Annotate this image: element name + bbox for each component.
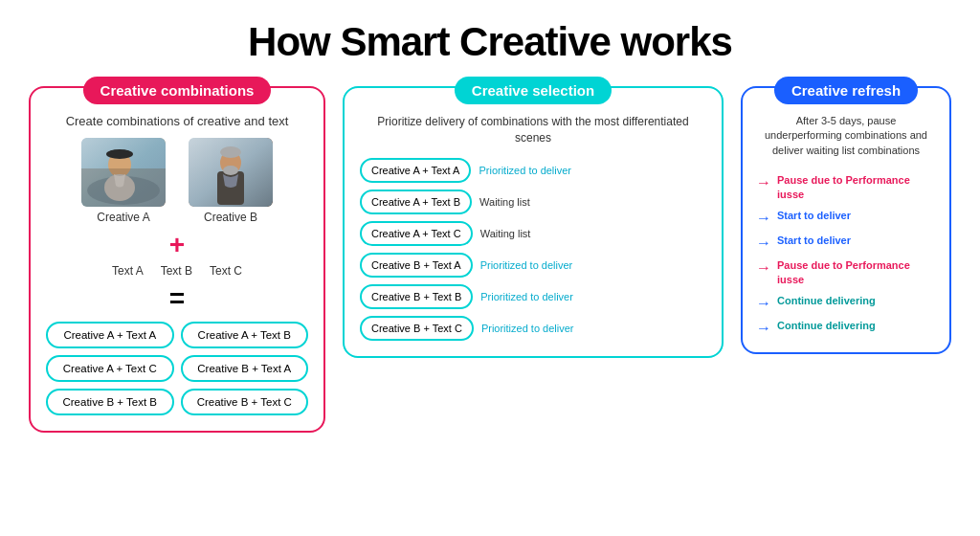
svg-point-9 bbox=[220, 146, 241, 158]
refresh-text-3: Pause due to Performance iusse bbox=[777, 258, 936, 287]
combo-pill-5: Creative B + Text C bbox=[181, 389, 309, 415]
create-text: Create combinations of creative and text bbox=[46, 114, 308, 128]
refresh-text-2: Start to deliver bbox=[777, 234, 851, 248]
creative-b-image bbox=[189, 138, 273, 207]
creative-combinations-panel: Creative combinations Create combination… bbox=[29, 86, 325, 433]
sel-status-0: Prioritized to deliver bbox=[479, 165, 706, 176]
creative-b-item: Creative B bbox=[189, 138, 273, 224]
sel-pill-5: Creative B + Text C bbox=[360, 316, 474, 341]
sel-status-3: Prioritized to deliver bbox=[480, 259, 706, 271]
creative-a-item: Creative A bbox=[81, 138, 166, 224]
sel-pill-2: Creative A + Text C bbox=[360, 221, 473, 246]
arrow-blue-2: → bbox=[756, 234, 771, 252]
svg-rect-0 bbox=[81, 138, 166, 207]
sel-row-0: Creative A + Text A Prioritized to deliv… bbox=[360, 158, 706, 183]
creative-refresh-panel: Creative refresh After 3-5 days, pause u… bbox=[741, 86, 951, 354]
plus-sign: + bbox=[46, 230, 308, 260]
combos-grid: Creative A + Text A Creative A + Text B … bbox=[46, 322, 308, 415]
refresh-text-1: Start to deliver bbox=[777, 209, 851, 223]
combo-pill-1: Creative A + Text B bbox=[181, 322, 309, 348]
arrow-blue-4: → bbox=[756, 295, 771, 312]
refresh-rows: → Pause due to Performance iusse → Start… bbox=[756, 173, 936, 336]
selection-desc: Prioritize delivery of combinations with… bbox=[360, 114, 706, 146]
combo-pill-4: Creative B + Text B bbox=[46, 389, 174, 415]
selection-header: Creative selection bbox=[455, 77, 612, 104]
text-b-label: Text B bbox=[161, 264, 192, 278]
sel-row-4: Creative B + Text B Prioritized to deliv… bbox=[360, 284, 706, 309]
sel-row-2: Creative A + Text C Waiting list bbox=[360, 221, 706, 246]
sel-status-2: Waiting list bbox=[480, 228, 706, 239]
refresh-item-0: → Pause due to Performance iusse bbox=[756, 173, 936, 202]
refresh-text-4: Continue delivering bbox=[777, 294, 876, 308]
sel-pill-3: Creative B + Text A bbox=[360, 253, 473, 278]
sel-row-1: Creative A + Text B Waiting list bbox=[360, 190, 706, 214]
equals-sign: = bbox=[46, 283, 308, 314]
refresh-text-5: Continue delivering bbox=[777, 319, 876, 333]
creative-selection-panel: Creative selection Prioritize delivery o… bbox=[343, 86, 724, 358]
sel-status-1: Waiting list bbox=[479, 196, 706, 208]
combo-pill-2: Creative A + Text C bbox=[46, 355, 174, 382]
svg-point-10 bbox=[223, 166, 238, 175]
selection-rows: Creative A + Text A Prioritized to deliv… bbox=[360, 158, 706, 341]
refresh-item-3: → Pause due to Performance iusse bbox=[756, 258, 936, 287]
svg-point-5 bbox=[104, 174, 135, 201]
sel-row-3: Creative B + Text A Prioritized to deliv… bbox=[360, 253, 706, 278]
svg-rect-7 bbox=[217, 171, 244, 205]
combinations-header: Creative combinations bbox=[83, 77, 272, 104]
main-title: How Smart Creative works bbox=[248, 19, 732, 65]
sel-row-5: Creative B + Text C Prioritized to deliv… bbox=[360, 316, 706, 341]
refresh-desc: After 3-5 days, pause underperforming co… bbox=[756, 114, 936, 158]
combo-pill-0: Creative A + Text A bbox=[46, 322, 174, 348]
columns: Creative combinations Create combination… bbox=[29, 86, 951, 433]
sel-pill-4: Creative B + Text B bbox=[360, 284, 473, 309]
arrow-blue-5: → bbox=[756, 320, 771, 337]
svg-point-1 bbox=[87, 176, 160, 205]
arrow-red-0: → bbox=[756, 174, 771, 191]
arrow-blue-1: → bbox=[756, 210, 771, 227]
creatives-row: Creative A bbox=[46, 138, 308, 224]
creative-b-label: Creative B bbox=[204, 211, 257, 224]
refresh-item-2: → Start to deliver bbox=[756, 234, 936, 252]
sel-pill-1: Creative A + Text B bbox=[360, 190, 472, 214]
texts-row: Text A Text B Text C bbox=[46, 264, 308, 278]
creative-a-image bbox=[81, 138, 166, 207]
text-c-label: Text C bbox=[210, 264, 242, 278]
refresh-text-0: Pause due to Performance iusse bbox=[777, 173, 936, 202]
svg-rect-4 bbox=[110, 150, 129, 157]
text-a-label: Text A bbox=[112, 264, 144, 278]
arrow-red-3: → bbox=[756, 259, 771, 277]
sel-status-5: Prioritized to deliver bbox=[481, 323, 706, 334]
creative-a-label: Creative A bbox=[97, 211, 149, 224]
refresh-item-4: → Continue delivering bbox=[756, 294, 936, 312]
combo-pill-3: Creative B + Text A bbox=[181, 355, 309, 382]
sel-pill-0: Creative A + Text A bbox=[360, 158, 471, 183]
refresh-header: Creative refresh bbox=[774, 77, 918, 104]
refresh-item-1: → Start to deliver bbox=[756, 209, 936, 227]
page: How Smart Creative works Creative combin… bbox=[0, 0, 980, 536]
sel-status-4: Prioritized to deliver bbox=[480, 291, 706, 302]
refresh-item-5: → Continue delivering bbox=[756, 319, 936, 337]
